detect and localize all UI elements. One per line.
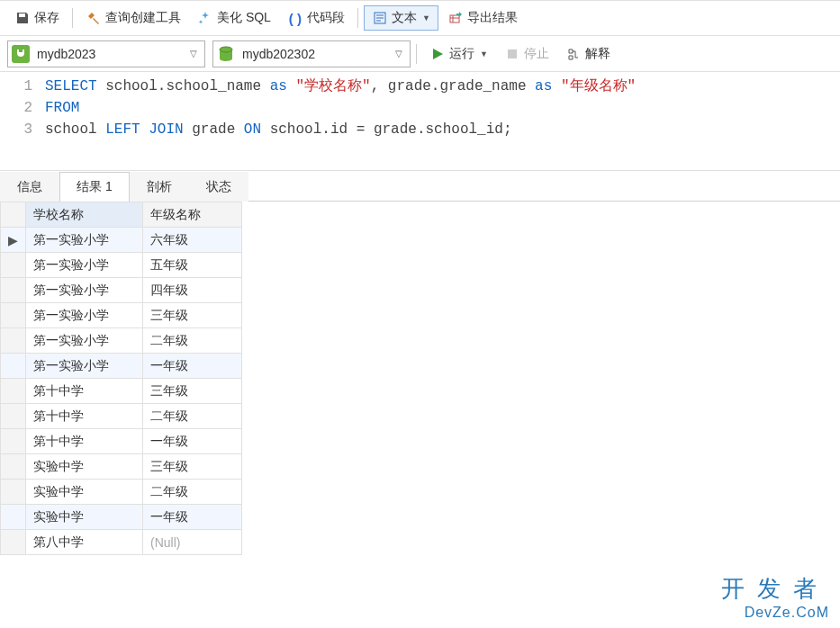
table-row[interactable]: 第一实验小学一年级 xyxy=(1,354,242,379)
result-grid[interactable]: 学校名称 年级名称 ▶第一实验小学六年级第一实验小学五年级第一实验小学四年级第一… xyxy=(0,202,242,555)
connection-combo[interactable]: mydb2023 ▽ xyxy=(7,40,205,67)
column-header[interactable]: 学校名称 xyxy=(26,202,143,228)
cell[interactable]: 三年级 xyxy=(143,303,242,328)
column-header[interactable]: 年级名称 xyxy=(143,202,242,228)
tab-profile[interactable]: 剖析 xyxy=(130,172,189,202)
row-indicator xyxy=(1,354,26,379)
explain-label: 解释 xyxy=(585,46,610,62)
cell[interactable]: 一年级 xyxy=(143,505,242,530)
sql-keyword: as xyxy=(270,78,287,94)
sql-keyword: as xyxy=(535,78,552,94)
run-label: 运行 xyxy=(449,46,474,62)
query-builder-button[interactable]: 查询创建工具 xyxy=(78,6,188,30)
play-icon xyxy=(429,46,446,62)
sql-keyword: JOIN xyxy=(149,121,183,138)
table-row[interactable]: 第一实验小学五年级 xyxy=(1,253,242,278)
stop-icon xyxy=(504,46,520,62)
export-result-button[interactable]: 导出结果 xyxy=(440,6,525,30)
cell[interactable]: 第八中学 xyxy=(26,530,143,555)
tab-status[interactable]: 状态 xyxy=(189,172,248,202)
cell[interactable]: 第十中学 xyxy=(26,429,143,454)
beautify-sql-button[interactable]: 美化 SQL xyxy=(190,6,278,30)
code-snippet-button[interactable]: ( ) 代码段 xyxy=(280,6,352,30)
sql-string: "学校名称" xyxy=(287,78,371,94)
svg-rect-1 xyxy=(450,15,459,22)
row-indicator xyxy=(1,530,26,555)
row-indicator xyxy=(1,454,26,480)
cell[interactable]: 实验中学 xyxy=(26,454,143,480)
cell[interactable]: 六年级 xyxy=(143,228,242,253)
cell[interactable]: 第一实验小学 xyxy=(26,354,143,379)
save-button[interactable]: 保存 xyxy=(7,6,67,30)
sql-text: grade xyxy=(184,121,244,138)
cell[interactable]: 第十中学 xyxy=(26,379,143,404)
plug-icon xyxy=(10,43,32,65)
row-indicator xyxy=(1,328,26,354)
cell[interactable]: 第一实验小学 xyxy=(26,253,143,278)
cell[interactable]: 第一实验小学 xyxy=(26,328,143,354)
cell[interactable]: 第十中学 xyxy=(26,404,143,429)
braces-icon: ( ) xyxy=(287,10,303,26)
database-value: mydb202302 xyxy=(240,47,392,61)
cell[interactable]: 三年级 xyxy=(143,454,242,480)
table-row[interactable]: 第一实验小学三年级 xyxy=(1,303,242,328)
run-button[interactable]: 运行 ▼ xyxy=(422,42,495,66)
save-icon xyxy=(14,10,31,26)
tab-result[interactable]: 结果 1 xyxy=(59,172,130,202)
table-row[interactable]: 第一实验小学二年级 xyxy=(1,328,242,354)
cell[interactable]: 五年级 xyxy=(143,253,242,278)
separator xyxy=(416,44,417,64)
stop-button: 停止 xyxy=(497,42,556,66)
cell[interactable]: 二年级 xyxy=(143,328,242,354)
sql-text xyxy=(140,121,149,138)
table-row[interactable]: 第一实验小学四年级 xyxy=(1,278,242,303)
cell[interactable]: 第一实验小学 xyxy=(26,228,143,253)
row-indicator xyxy=(1,303,26,328)
connection-toolbar: mydb2023 ▽ mydb202302 ▽ 运行 ▼ 停止 解释 xyxy=(0,36,840,72)
cell[interactable]: (Null) xyxy=(143,530,242,555)
cell[interactable]: 一年级 xyxy=(143,354,242,379)
sql-editor[interactable]: 1 2 3 SELECT school.school_name as "学校名称… xyxy=(0,72,840,171)
watermark-cn: 开发者 xyxy=(721,573,829,605)
sql-keyword: LEFT xyxy=(105,121,140,138)
cell[interactable]: 实验中学 xyxy=(26,480,143,505)
sql-string: "年级名称" xyxy=(552,78,636,94)
row-indicator xyxy=(1,404,26,429)
line-number: 1 xyxy=(0,76,32,97)
explain-button[interactable]: 解释 xyxy=(558,42,618,66)
table-row[interactable]: 第十中学一年级 xyxy=(1,429,242,454)
database-icon xyxy=(215,43,237,65)
cell[interactable]: 一年级 xyxy=(143,429,242,454)
line-number: 2 xyxy=(0,97,32,119)
watermark-en: DevZe.CoM xyxy=(721,605,829,621)
table-row[interactable]: 实验中学三年级 xyxy=(1,454,242,480)
table-row[interactable]: 第十中学三年级 xyxy=(1,379,242,404)
cell[interactable]: 四年级 xyxy=(143,278,242,303)
sql-code[interactable]: SELECT school.school_name as "学校名称", gra… xyxy=(45,76,840,166)
row-indicator xyxy=(1,253,26,278)
table-row[interactable]: 实验中学二年级 xyxy=(1,480,242,505)
cell[interactable]: 第一实验小学 xyxy=(26,303,143,328)
stop-label: 停止 xyxy=(524,46,549,62)
row-indicator xyxy=(1,278,26,303)
row-indicator: ▶ xyxy=(1,228,26,253)
table-row[interactable]: 第八中学(Null) xyxy=(1,530,242,555)
database-combo[interactable]: mydb202302 ▽ xyxy=(212,40,411,67)
cell[interactable]: 第一实验小学 xyxy=(26,278,143,303)
cell[interactable]: 实验中学 xyxy=(26,505,143,530)
cell[interactable]: 二年级 xyxy=(143,480,242,505)
table-row[interactable]: ▶第一实验小学六年级 xyxy=(1,228,242,253)
cell[interactable]: 三年级 xyxy=(143,379,242,404)
text-button[interactable]: 文本 ▼ xyxy=(364,5,438,31)
cell[interactable]: 二年级 xyxy=(143,404,242,429)
line-number: 3 xyxy=(0,119,32,140)
row-indicator xyxy=(1,505,26,530)
table-row[interactable]: 第十中学二年级 xyxy=(1,404,242,429)
chevron-down-icon: ▽ xyxy=(392,49,406,58)
tab-info[interactable]: 信息 xyxy=(0,172,59,202)
sql-keyword: ON xyxy=(244,121,261,138)
separator xyxy=(357,8,358,28)
table-row[interactable]: 实验中学一年级 xyxy=(1,505,242,530)
connection-value: mydb2023 xyxy=(35,47,186,61)
beautify-sql-label: 美化 SQL xyxy=(217,10,271,26)
